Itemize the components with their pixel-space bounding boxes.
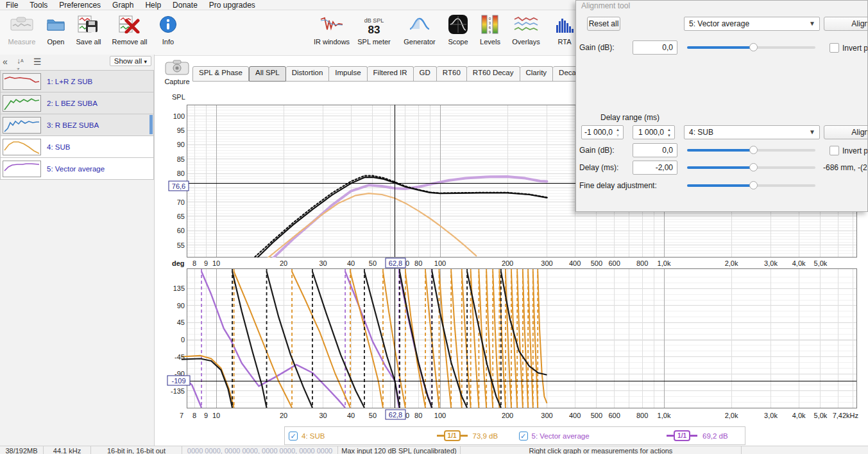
- freq-tick: 80: [414, 412, 422, 419]
- gain2-slider[interactable]: [687, 143, 815, 157]
- deg-tick: 90: [177, 302, 185, 310]
- freq-tick: 5,0k: [814, 412, 828, 419]
- spin-down-icon[interactable]: ▼: [614, 133, 622, 139]
- status-section-6: Right click graph or measurements for ac…: [461, 446, 742, 454]
- smoothing-value[interactable]: 1/1: [444, 430, 461, 441]
- freq-tick: 1,0k: [658, 259, 671, 267]
- measurement-row-5[interactable]: 5: Vector average: [0, 158, 154, 180]
- rew-app-window: { "window": {"title": "REW V5.40 Beta 10…: [0, 0, 868, 454]
- measurement-thumbnail: [3, 161, 41, 177]
- freq-tick: 9: [204, 259, 208, 267]
- invert-polarity-1-checkbox[interactable]: Invert po: [830, 43, 868, 53]
- gain1-slider[interactable]: [687, 40, 815, 55]
- measurement-row-3[interactable]: 3: R BEZ SUBA: [0, 114, 154, 136]
- freq-tick: 400: [569, 412, 581, 419]
- spl-tick: 70: [177, 198, 185, 206]
- freq-tick: 10: [212, 412, 220, 419]
- tab-gd[interactable]: GD: [414, 66, 437, 82]
- freq-tick: 5,0k: [814, 259, 828, 267]
- freq-tick: 20: [280, 259, 287, 267]
- freq-tick: 80: [414, 259, 422, 267]
- menu-file[interactable]: File: [0, 1, 24, 10]
- spin-down-icon[interactable]: ▼: [665, 133, 673, 139]
- spl-axis-title: SPL: [172, 93, 185, 101]
- smoothing-value[interactable]: 1/1: [674, 430, 690, 441]
- remove-all-icon: [119, 15, 140, 35]
- menu-tools[interactable]: Tools: [24, 1, 53, 10]
- tab-all-spl[interactable]: All SPL: [249, 66, 286, 82]
- measurement-label: 5: Vector average: [47, 165, 105, 173]
- spin-up-icon[interactable]: ▲: [665, 127, 673, 133]
- menu-help[interactable]: Help: [139, 1, 167, 10]
- delay-slider[interactable]: [687, 161, 815, 175]
- overlays-button[interactable]: Overlays: [506, 13, 547, 46]
- remove-all-button[interactable]: Remove all: [109, 13, 150, 46]
- measurement-row-1[interactable]: 1: L+R Z SUB: [0, 70, 154, 92]
- measurement-row-4[interactable]: 4: SUB: [0, 136, 154, 158]
- save-all-icon: [78, 15, 99, 35]
- measurement-row-2[interactable]: 2: L BEZ SUBA: [0, 92, 154, 114]
- freq-tick: 4,0k: [792, 259, 806, 267]
- invert-polarity-2-checkbox[interactable]: Invert po: [830, 146, 868, 155]
- toolbar-label: RTA: [558, 38, 572, 46]
- toolbar-label: SPL meter: [357, 38, 391, 46]
- menu-preferences[interactable]: Preferences: [53, 1, 106, 10]
- trace-visible-checkbox[interactable]: ✓: [519, 432, 528, 441]
- info-button[interactable]: Info: [148, 13, 189, 46]
- levels-icon: 0369: [481, 14, 500, 37]
- capture-button[interactable]: Capture: [163, 60, 191, 85]
- gain1-input[interactable]: 0,0: [633, 40, 677, 55]
- freq-tick: 300: [541, 259, 552, 267]
- levels-button[interactable]: 0369Levels: [470, 13, 511, 46]
- reference-select[interactable]: 5: Vector average▼: [684, 17, 820, 31]
- menu-hamburger-icon[interactable]: ☰: [33, 57, 42, 67]
- fine-delay-slider[interactable]: [687, 179, 815, 193]
- ir-windows-button[interactable]: IR windows: [311, 13, 352, 46]
- align-button-1[interactable]: Aligne: [824, 17, 868, 31]
- freq-tick: 7: [180, 412, 183, 419]
- gain2-input[interactable]: 0,0: [633, 143, 677, 157]
- gain2-label: Gain (dB):: [579, 146, 615, 155]
- menu-donate[interactable]: Donate: [167, 1, 203, 10]
- trace-visible-checkbox[interactable]: ✓: [289, 432, 298, 441]
- tab-distortion[interactable]: Distortion: [286, 66, 330, 82]
- delay-range-label: Delay range (ms): [600, 113, 660, 122]
- measurement-thumbnail: [3, 95, 41, 112]
- aligned-trace-select[interactable]: 4: SUB▼: [684, 125, 820, 139]
- freq-tick: 4,0k: [792, 412, 806, 419]
- tab-rt60[interactable]: RT60: [437, 66, 467, 82]
- chevron-down-icon: ▾: [144, 58, 147, 65]
- tab-clarity[interactable]: Clarity: [520, 66, 554, 82]
- tab-impulse[interactable]: Impulse: [329, 66, 367, 82]
- tab-rt60-decay[interactable]: RT60 Decay: [467, 66, 520, 82]
- open-icon: [46, 16, 65, 34]
- spl-tick: 100: [173, 112, 185, 120]
- menu-graph[interactable]: Graph: [106, 1, 139, 10]
- save-all-button[interactable]: Save all: [68, 13, 109, 46]
- spl-meter-button[interactable]: dB SPL83SPL meter: [353, 13, 395, 46]
- distance-readout: -686 mm, -(2: [823, 163, 867, 172]
- tab-spl-phase[interactable]: SPL & Phase: [192, 66, 249, 82]
- legend-trace-label: 4: SUB: [302, 432, 432, 440]
- freq-tick: 100: [434, 259, 446, 267]
- sidebar-header: « ↓AZ ☰ Show all ▾: [0, 55, 154, 70]
- show-all-dropdown[interactable]: Show all ▾: [110, 56, 151, 66]
- align-button-2[interactable]: Aligne: [824, 125, 868, 139]
- delay-input[interactable]: -2,00: [633, 161, 677, 175]
- measurement-label: 1: L+R Z SUB: [47, 78, 92, 85]
- deg-tick: 135: [173, 284, 185, 292]
- svg-text:62,8: 62,8: [389, 411, 402, 419]
- tab-filtered-ir[interactable]: Filtered IR: [368, 66, 414, 82]
- svg-text:-109: -109: [171, 377, 185, 385]
- toolbar-label: Measure: [8, 38, 36, 46]
- generator-button[interactable]: Generator: [399, 13, 440, 46]
- spin-up-icon[interactable]: ▲: [614, 127, 622, 133]
- delay-max-spinner[interactable]: 1 000,0 ▲ ▼: [633, 125, 675, 139]
- menu-pro-upgrades[interactable]: Pro upgrades: [203, 1, 261, 10]
- measurement-thumbnail: [3, 139, 41, 155]
- statusbar: 38/192MB44.1 kHz16-bit in, 16-bit out000…: [0, 446, 868, 454]
- reset-all-button[interactable]: Reset all: [587, 17, 620, 31]
- freq-tick: 50: [369, 259, 377, 267]
- delay-min-spinner[interactable]: -1 000,0 ▲ ▼: [581, 125, 624, 139]
- collapse-sidebar-icon[interactable]: «: [3, 57, 8, 67]
